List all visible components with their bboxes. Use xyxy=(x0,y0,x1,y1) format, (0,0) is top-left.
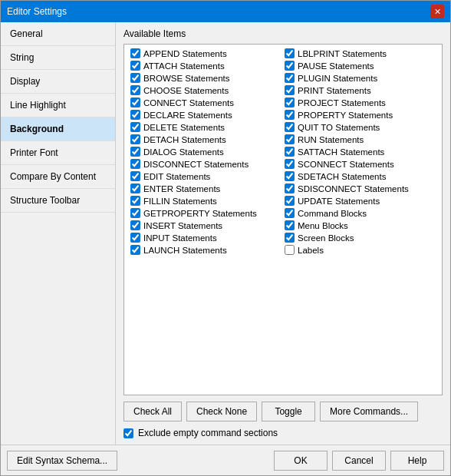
edit-syntax-button[interactable]: Edit Syntax Schema... xyxy=(7,451,117,471)
checkbox-print[interactable] xyxy=(285,85,295,95)
checkbox-edit[interactable] xyxy=(130,171,140,181)
checkbox-append[interactable] xyxy=(130,48,140,58)
label-quitto: QUIT TO Statements xyxy=(298,123,380,132)
list-item: BROWSE Statements xyxy=(129,72,283,84)
sidebar-item-printer-font[interactable]: Printer Font xyxy=(1,141,115,165)
items-area: APPEND StatementsATTACH StatementsBROWSE… xyxy=(123,44,443,395)
list-item: PROJECT Statements xyxy=(283,97,437,108)
label-update: UPDATE Statements xyxy=(298,197,380,206)
exclude-checkbox[interactable] xyxy=(123,428,133,438)
checkbox-getproperty[interactable] xyxy=(130,208,140,218)
label-enter: ENTER Statements xyxy=(143,184,220,193)
checkbox-delete[interactable] xyxy=(130,122,140,132)
list-item: SATTACH Statements xyxy=(283,146,437,157)
checkbox-update[interactable] xyxy=(285,196,295,206)
footer-left: Edit Syntax Schema... xyxy=(7,451,117,471)
checkbox-labels[interactable] xyxy=(285,245,295,255)
title-bar: Editor Settings ✕ xyxy=(1,1,450,22)
checkbox-screenblocks[interactable] xyxy=(285,233,295,243)
label-plugin: PLUGIN Statements xyxy=(298,74,377,83)
list-item: DIALOG Statements xyxy=(129,146,283,157)
checkbox-browse[interactable] xyxy=(130,73,140,83)
help-button[interactable]: Help xyxy=(390,451,444,471)
sidebar-item-string[interactable]: String xyxy=(1,46,115,70)
label-edit: EDIT Statements xyxy=(143,172,210,181)
cancel-button[interactable]: Cancel xyxy=(332,451,386,471)
check-none-button[interactable]: Check None xyxy=(186,402,257,421)
label-lblprint: LBLPRINT Statements xyxy=(298,49,387,58)
check-all-button[interactable]: Check All xyxy=(123,402,182,421)
ok-button[interactable]: OK xyxy=(274,451,328,471)
label-cmdblocks: Command Blocks xyxy=(298,209,367,218)
list-item: PRINT Statements xyxy=(283,84,437,96)
exclude-label: Exclude empty command sections xyxy=(138,428,278,438)
checkbox-plugin[interactable] xyxy=(285,73,295,83)
list-item: DETACH Statements xyxy=(129,134,283,145)
checkbox-detach[interactable] xyxy=(130,134,140,144)
close-button[interactable]: ✕ xyxy=(430,5,444,18)
editor-settings-window: Editor Settings ✕ GeneralStringDisplayLi… xyxy=(0,0,451,476)
checkbox-fillin[interactable] xyxy=(130,196,140,206)
checkbox-quitto[interactable] xyxy=(285,122,295,132)
list-item: LBLPRINT Statements xyxy=(283,48,437,59)
checkbox-cmdblocks[interactable] xyxy=(285,208,295,218)
label-disconnect: DISCONNECT Statements xyxy=(143,160,249,169)
label-declare: DECLARE Statements xyxy=(143,111,232,120)
label-screenblocks: Screen Blocks xyxy=(298,233,354,243)
sidebar-item-structure-toolbar[interactable]: Structure Toolbar xyxy=(1,189,115,213)
checkbox-launch[interactable] xyxy=(130,245,140,255)
checkbox-sdetach[interactable] xyxy=(285,171,295,181)
content-area: GeneralStringDisplayLine HighlightBackgr… xyxy=(1,22,450,445)
list-item: DECLARE Statements xyxy=(129,109,283,121)
checkbox-pause[interactable] xyxy=(285,61,295,71)
sidebar-item-general[interactable]: General xyxy=(1,22,115,46)
sidebar-item-line-highlight[interactable]: Line Highlight xyxy=(1,94,115,117)
checkbox-insert[interactable] xyxy=(130,220,140,230)
label-launch: LAUNCH Statements xyxy=(143,246,227,255)
checkbox-run[interactable] xyxy=(285,134,295,144)
checkbox-sconnect[interactable] xyxy=(285,159,295,169)
label-sdisconnect: SDISCONNECT Statements xyxy=(298,184,409,193)
list-item: Screen Blocks xyxy=(283,232,437,243)
checkbox-menublocks[interactable] xyxy=(285,220,295,230)
checkbox-dialog[interactable] xyxy=(130,147,140,157)
sidebar-item-display[interactable]: Display xyxy=(1,70,115,94)
label-sattach: SATTACH Statements xyxy=(298,147,384,157)
list-item: INPUT Statements xyxy=(129,232,283,243)
more-commands-button[interactable]: More Commands... xyxy=(320,402,418,421)
label-menublocks: Menu Blocks xyxy=(298,221,348,230)
checkbox-input[interactable] xyxy=(130,233,140,243)
toggle-button[interactable]: Toggle xyxy=(262,402,315,421)
list-item: Command Blocks xyxy=(283,207,437,219)
footer-right: OK Cancel Help xyxy=(274,451,444,471)
checkbox-enter[interactable] xyxy=(130,183,140,193)
list-item: SCONNECT Statements xyxy=(283,158,437,170)
label-print: PRINT Statements xyxy=(298,86,371,95)
checkbox-property[interactable] xyxy=(285,110,295,120)
checkbox-connect[interactable] xyxy=(130,98,140,107)
sidebar-item-compare-by-content[interactable]: Compare By Content xyxy=(1,165,115,189)
checkbox-attach[interactable] xyxy=(130,61,140,71)
checkbox-project[interactable] xyxy=(285,98,295,107)
main-panel: Available Items APPEND StatementsATTACH … xyxy=(116,22,450,445)
label-choose: CHOOSE Statements xyxy=(143,86,229,95)
list-item: INSERT Statements xyxy=(129,220,283,231)
label-project: PROJECT Statements xyxy=(298,98,386,107)
list-item: LAUNCH Statements xyxy=(129,244,283,256)
list-item: PROPERTY Statements xyxy=(283,109,437,121)
checkbox-sdisconnect[interactable] xyxy=(285,183,295,193)
label-detach: DETACH Statements xyxy=(143,135,226,144)
list-item: CHOOSE Statements xyxy=(129,84,283,96)
label-labels: Labels xyxy=(298,246,324,255)
sidebar-item-background[interactable]: Background xyxy=(1,117,115,141)
checkbox-declare[interactable] xyxy=(130,110,140,120)
checkbox-choose[interactable] xyxy=(130,85,140,95)
checkbox-sattach[interactable] xyxy=(285,147,295,157)
label-getproperty: GETPROPERTY Statements xyxy=(143,209,257,218)
footer: Edit Syntax Schema... OK Cancel Help xyxy=(1,445,450,475)
checkbox-lblprint[interactable] xyxy=(285,48,295,58)
checkbox-disconnect[interactable] xyxy=(130,159,140,169)
label-connect: CONNECT Statements xyxy=(143,98,234,107)
list-item: EDIT Statements xyxy=(129,170,283,182)
label-fillin: FILLIN Statements xyxy=(143,197,217,206)
